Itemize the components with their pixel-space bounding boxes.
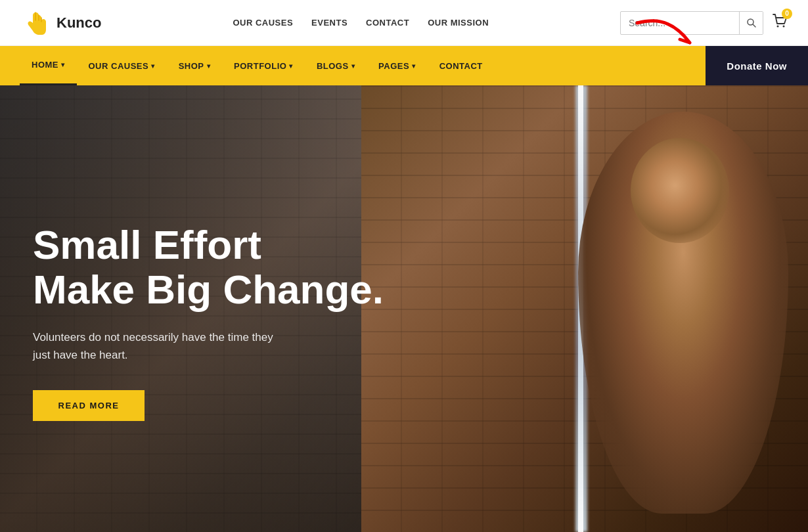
yellow-navigation: HOME ▾ OUR CAUSES ▾ SHOP ▾ PORTFOLIO ▾ B… (0, 46, 706, 85)
cart-icon[interactable]: 0 (771, 12, 788, 33)
hero-image-area (361, 85, 808, 532)
chevron-down-icon: ▾ (351, 62, 355, 70)
svg-line-2 (753, 24, 755, 27)
svg-point-3 (777, 25, 779, 27)
read-more-button[interactable]: READ MORE (33, 390, 145, 421)
yellow-nav-shop[interactable]: SHOP ▾ (167, 46, 222, 85)
top-nav-our-mission[interactable]: OUR MISSION (428, 18, 489, 28)
chevron-down-icon: ▾ (207, 62, 211, 70)
yellow-nav-home[interactable]: HOME ▾ (20, 46, 77, 85)
logo-icon (20, 7, 51, 39)
donate-now-button[interactable]: Donate Now (706, 46, 808, 85)
yellow-nav-blogs[interactable]: BLOGS ▾ (305, 46, 367, 85)
yellow-nav-contact[interactable]: CONTACT (428, 46, 495, 85)
hero-title: Small Effort Make Big Change. (33, 223, 394, 312)
face-highlight (631, 138, 729, 243)
top-nav-events[interactable]: EVENTS (311, 18, 348, 28)
chevron-down-icon: ▾ (412, 62, 416, 70)
yellow-nav-our-causes[interactable]: OUR CAUSES ▾ (77, 46, 167, 85)
top-nav-contact[interactable]: CONTACT (366, 18, 409, 28)
yellow-nav-portfolio[interactable]: PORTFOLIO ▾ (222, 46, 305, 85)
yellow-nav-bar: HOME ▾ OUR CAUSES ▾ SHOP ▾ PORTFOLIO ▾ B… (0, 46, 808, 85)
hero-subtitle: Volunteers do not necessarily have the t… (33, 328, 282, 364)
logo[interactable]: Kunco (20, 7, 101, 39)
yellow-nav-pages[interactable]: PAGES ▾ (367, 46, 428, 85)
chevron-down-icon: ▾ (289, 62, 293, 70)
hero-section: Small Effort Make Big Change. Volunteers… (0, 85, 808, 532)
hero-content: Small Effort Make Big Change. Volunteers… (0, 85, 427, 532)
cart-badge: 0 (782, 9, 792, 19)
top-navigation: OUR CAUSES EVENTS CONTACT OUR MISSION (233, 18, 489, 28)
chevron-down-icon: ▾ (151, 62, 155, 70)
brand-name: Kunco (56, 14, 101, 32)
chevron-down-icon: ▾ (61, 61, 65, 68)
svg-point-4 (783, 25, 785, 27)
top-bar: Kunco OUR CAUSES EVENTS CONTACT OUR MISS… (0, 0, 808, 46)
top-right-controls: 0 (620, 11, 788, 35)
search-input[interactable] (621, 18, 739, 28)
search-button[interactable] (739, 11, 763, 35)
top-nav-our-causes[interactable]: OUR CAUSES (233, 18, 293, 28)
search-box (620, 11, 763, 35)
